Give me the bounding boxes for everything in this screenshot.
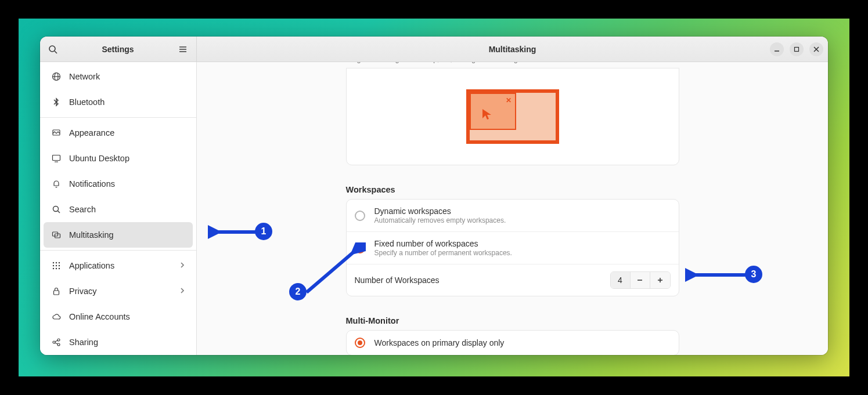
sidebar-item-label: Sharing (69, 338, 98, 347)
illust-x-icon: ✕ (506, 96, 512, 104)
content-pane: Drag windows against the top, left, and … (197, 62, 828, 355)
svg-line-33 (55, 343, 58, 344)
sidebar-item-label: Ubuntu Desktop (69, 154, 129, 163)
sidebar-item-applications[interactable]: Applications (40, 253, 196, 278)
headerbar: Settings Multitasking (40, 37, 828, 62)
cloud-icon (51, 311, 62, 322)
svg-point-31 (57, 343, 60, 346)
primary-display-only-row[interactable]: Workspaces on primary display only (347, 331, 679, 355)
scroll-area[interactable]: Drag windows against the top, left, and … (197, 62, 828, 355)
sidebar-item-label: Appearance (69, 128, 114, 137)
svg-point-26 (56, 268, 57, 269)
fixed-workspaces-row[interactable]: Fixed number of workspaces Specify a num… (347, 232, 679, 264)
svg-point-27 (59, 268, 60, 269)
workspace-increment-button[interactable] (650, 272, 670, 288)
multi-monitor-card: Workspaces on primary display only (346, 330, 679, 355)
sidebar-item-label: Network (69, 72, 100, 81)
hamburger-menu-button[interactable] (173, 39, 193, 59)
svg-point-22 (53, 265, 54, 266)
svg-point-25 (53, 268, 54, 269)
headerbar-right: Multitasking (197, 37, 828, 61)
number-of-workspaces-label: Number of Workspaces (355, 276, 440, 285)
svg-point-23 (56, 265, 57, 266)
grid-icon (51, 260, 62, 271)
fixed-workspaces-sub: Specify a number of permanent workspaces… (374, 249, 512, 257)
workspace-count-spinner: 4 (610, 271, 671, 289)
primary-display-only-title: Workspaces on primary display only (374, 338, 505, 347)
sidebar-item-multitasking[interactable]: Multitasking (44, 222, 193, 248)
globe-icon (51, 71, 62, 82)
sidebar: Network Bluetooth Appearance Ubuntu Desk… (40, 62, 197, 355)
sidebar-divider (40, 250, 196, 251)
bluetooth-icon (51, 96, 62, 108)
sidebar-item-search[interactable]: Search (40, 197, 196, 222)
sidebar-item-label: Online Accounts (69, 312, 130, 321)
share-icon (51, 336, 62, 348)
screen-edges-illustration: ✕ (346, 68, 679, 165)
sidebar-item-ubuntu-desktop[interactable]: Ubuntu Desktop (40, 146, 196, 171)
hamburger-icon (178, 45, 188, 54)
dynamic-workspaces-title: Dynamic workspaces (374, 206, 506, 216)
sidebar-divider (40, 117, 196, 118)
plus-icon (657, 277, 664, 284)
sidebar-item-appearance[interactable]: Appearance (40, 120, 196, 146)
search-icon (51, 204, 62, 215)
sidebar-item-label: Search (69, 205, 96, 214)
sidebar-item-bluetooth[interactable]: Bluetooth (40, 89, 196, 115)
search-icon (48, 45, 57, 54)
svg-line-1 (55, 51, 57, 53)
sidebar-item-label: Bluetooth (69, 97, 105, 107)
svg-line-16 (58, 211, 60, 213)
headerbar-left: Settings (40, 37, 197, 61)
svg-rect-28 (54, 291, 59, 295)
number-of-workspaces-row: Number of Workspaces 4 (347, 264, 679, 296)
sidebar-item-sharing[interactable]: Sharing (40, 329, 196, 355)
lock-icon (51, 285, 62, 297)
settings-window: Settings Multitasking (40, 37, 828, 355)
svg-rect-13 (53, 155, 60, 161)
workspace-decrement-button[interactable] (631, 272, 650, 288)
workspace-count-value[interactable]: 4 (611, 272, 631, 288)
workspaces-heading: Workspaces (346, 185, 679, 194)
sidebar-item-online-accounts[interactable]: Online Accounts (40, 304, 196, 329)
bell-icon (51, 178, 62, 190)
search-button[interactable] (43, 39, 63, 59)
chevron-right-icon (179, 287, 186, 296)
svg-point-0 (49, 46, 55, 52)
svg-point-21 (59, 262, 60, 263)
svg-line-32 (55, 340, 58, 342)
dynamic-workspaces-sub: Automatically removes empty workspaces. (374, 216, 506, 224)
sidebar-item-label: Notifications (69, 179, 115, 189)
multi-monitor-heading: Multi-Monitor (346, 316, 679, 325)
primary-display-only-radio[interactable] (355, 338, 365, 348)
appearance-icon (51, 127, 62, 139)
fixed-workspaces-radio[interactable] (355, 243, 365, 253)
svg-point-30 (57, 339, 60, 341)
page-title: Multitasking (197, 45, 828, 54)
illust-screen: ✕ (466, 89, 559, 144)
svg-point-15 (53, 206, 59, 212)
sidebar-item-notifications[interactable]: Notifications (40, 171, 196, 197)
svg-point-29 (53, 341, 55, 343)
active-screen-edges-desc: Drag windows against the top, left, and … (346, 62, 679, 63)
window-body: Network Bluetooth Appearance Ubuntu Desk… (40, 62, 828, 355)
cursor-icon (481, 108, 494, 121)
fixed-workspaces-title: Fixed number of workspaces (374, 239, 512, 248)
sidebar-item-network[interactable]: Network (40, 64, 196, 89)
dynamic-workspaces-row[interactable]: Dynamic workspaces Automatically removes… (347, 200, 679, 232)
dynamic-workspaces-radio[interactable] (355, 211, 365, 221)
sidebar-title: Settings (64, 45, 172, 54)
desktop-icon (51, 153, 62, 164)
svg-point-19 (53, 262, 54, 263)
sidebar-item-label: Privacy (69, 287, 97, 296)
multitasking-icon (51, 229, 62, 241)
sidebar-item-label: Applications (69, 261, 114, 270)
svg-point-24 (59, 265, 60, 266)
workspaces-card: Dynamic workspaces Automatically removes… (346, 199, 679, 296)
sidebar-item-privacy[interactable]: Privacy (40, 278, 196, 304)
svg-point-20 (56, 262, 57, 263)
sidebar-item-label: Multitasking (69, 230, 114, 240)
chevron-right-icon (179, 261, 186, 270)
minus-icon (636, 277, 643, 284)
